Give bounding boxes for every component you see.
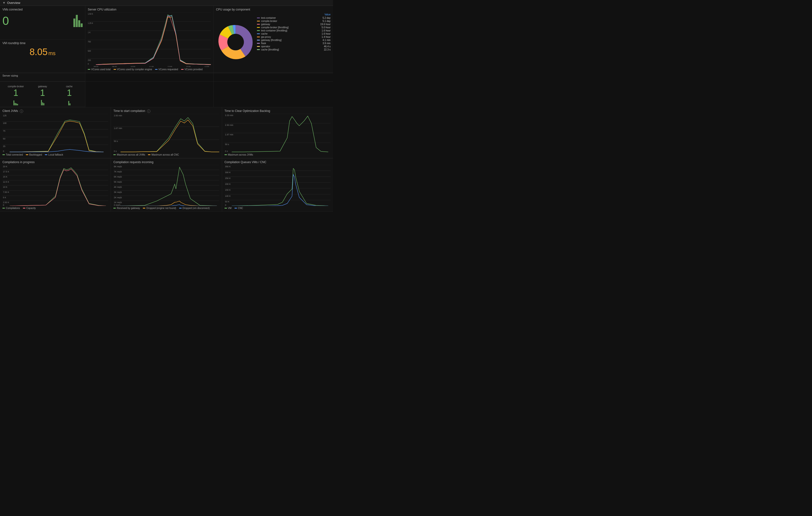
- svg-text:25: 25: [3, 145, 5, 147]
- queues-legend: VM CNC: [225, 207, 330, 209]
- svg-text:12:00: 12:00: [168, 66, 172, 67]
- val-tc-throttling: 1.6 hour: [322, 29, 330, 32]
- label-max-jvms-clear: Maximum across JVMs: [228, 153, 253, 156]
- sizing-gw-val: 1: [29, 88, 56, 98]
- sizing-title: Server sizing: [2, 74, 83, 77]
- dot-received: [113, 208, 116, 208]
- legend-max-cnc: Maximum across all CNC: [148, 153, 179, 156]
- sizing-bar-3: [16, 104, 17, 105]
- dot-total-connected: [2, 154, 5, 155]
- label-vm: VM: [228, 207, 232, 209]
- svg-text:0: 0: [3, 204, 4, 206]
- legend-total-connected: Total connected: [2, 153, 23, 156]
- time-to-clear-panel: Time to Clear Optimization Backlog 3.33 …: [222, 107, 333, 158]
- val-gateway: 19.6 hour: [320, 23, 330, 26]
- val-cb-throttling: 5.0 hour: [322, 26, 330, 29]
- time-start-info[interactable]: i: [147, 110, 150, 113]
- svg-text:250: 250: [88, 59, 91, 61]
- legend-vcores-compiler: VCores used by compiler engine: [114, 68, 152, 71]
- sizing-cb-label: compile-broker: [2, 85, 29, 88]
- name-gw-proxy: gw-proxy: [261, 36, 320, 38]
- legend-capacity: Capacity: [23, 207, 36, 209]
- svg-text:0: 0: [225, 204, 226, 206]
- cpu-usage-panel: CPU usage by component: [213, 6, 333, 73]
- val-cache: 1.6 hour: [322, 32, 330, 35]
- svg-text:75: 75: [3, 130, 5, 132]
- svg-text:2.50 K: 2.50 K: [3, 201, 9, 204]
- vms-title: VMs connected: [2, 8, 83, 11]
- dot-dropped-engine: [143, 208, 145, 208]
- svg-text:0 req/s: 0 req/s: [114, 204, 121, 206]
- svg-text:100 K: 100 K: [225, 195, 231, 197]
- label-max-jvms: Maximum across all JVMs: [117, 153, 145, 156]
- requests-legend: Received by gateway Dropped (engine not …: [113, 207, 219, 209]
- server-sizing-content: compile-broker 1 gateway 1: [0, 82, 85, 107]
- svg-text:1.67 min: 1.67 min: [225, 134, 233, 136]
- server-sizing-panel: Server sizing: [0, 73, 85, 82]
- time-start-legend: Maximum across all JVMs Maximum across a…: [113, 153, 219, 156]
- color-bar-gw-throttling: [257, 40, 260, 40]
- svg-text:17.5 K: 17.5 K: [3, 170, 9, 173]
- svg-text:50: 50: [3, 138, 5, 140]
- top-bar: ▼ Overview: [0, 0, 333, 6]
- vms-connected-panel: VMs connected 0: [0, 6, 85, 39]
- sizing-bar-9: [69, 104, 70, 105]
- svg-text:0: 0: [88, 62, 89, 65]
- legend-tc-throttling: test-container [throttling] 1.6 hour: [257, 29, 330, 32]
- pie-chart-wrap: [216, 13, 255, 71]
- color-bar-cache-throttling: [257, 49, 260, 50]
- svg-text:50 s: 50 s: [225, 143, 229, 146]
- svg-text:2.50 min: 2.50 min: [114, 114, 122, 117]
- collapse-arrow[interactable]: ▼: [2, 1, 6, 5]
- color-bar-cb-throttling: [257, 27, 260, 28]
- time-start-chart: 2.50 min 1.67 min 50 s 0 s 08:00 09:00 1…: [113, 114, 219, 152]
- dot-capacity: [23, 208, 25, 208]
- name-operator: operator: [261, 45, 323, 48]
- roundtrip-unit: ms: [48, 50, 55, 56]
- client-jvms-legend: Total connected Backlogged Local fallbac…: [2, 153, 108, 156]
- svg-text:14:00: 14:00: [205, 66, 209, 67]
- val-operator: 46.4 s: [324, 45, 330, 48]
- client-jvms-chart: 125 100 75 50 25 0 08:00 09:00 10:00 11:…: [2, 114, 108, 152]
- label-capacity: Capacity: [26, 207, 36, 209]
- legend-received: Received by gateway: [113, 207, 140, 209]
- roundtrip-title: VM roundtrip time: [2, 41, 83, 45]
- legend-label-requested: VCores requested: [158, 68, 178, 71]
- val-test-container: 5.2 day: [322, 17, 330, 19]
- svg-text:3.33 min: 3.33 min: [225, 114, 233, 117]
- legend-cache: cache 1.6 hour: [257, 32, 330, 35]
- val-compile-broker: 5.1 day: [322, 20, 330, 23]
- queues-chart: 350 K 300 K 250 K 200 K 150 K 100 K 50 K…: [225, 165, 330, 206]
- legend-vm: VM: [225, 207, 232, 209]
- dot-dropped-vm: [179, 208, 182, 208]
- label-total-connected: Total connected: [6, 153, 23, 156]
- label-dropped-vm: Dropped (vm disconnect): [182, 207, 210, 209]
- mini-bar-4: [81, 23, 83, 27]
- server-cpu-chart: 1.50 K 1.25 K 1 K 750 500 250 0: [88, 12, 211, 67]
- color-bar-tc-throttling: [257, 30, 260, 31]
- svg-text:0 s: 0 s: [225, 150, 228, 152]
- cpu-legend-table: Value test-container 5.2 day compile-bro…: [257, 13, 330, 71]
- svg-text:150 K: 150 K: [225, 189, 231, 191]
- server-cpu-legend: VCores used total VCores used by compile…: [88, 68, 211, 71]
- time-to-start-panel: Time to start compilation i 2.50 min 1.6…: [111, 107, 222, 158]
- color-bar-flask: [257, 43, 260, 44]
- svg-text:750: 750: [88, 40, 91, 43]
- svg-text:10:00: 10:00: [130, 66, 135, 67]
- sizing-cb-val: 1: [2, 88, 29, 98]
- color-bar-compile-broker: [257, 21, 260, 22]
- legend-label-total: VCores used total: [91, 68, 111, 71]
- sizing-bar-8: [68, 101, 69, 105]
- legend-dot-total: [88, 69, 90, 70]
- name-flask: flask: [261, 42, 321, 45]
- svg-text:09:00: 09:00: [112, 66, 117, 67]
- svg-text:5 K: 5 K: [3, 196, 6, 199]
- legend-compile-broker: compile-broker 5.1 day: [257, 20, 330, 23]
- vms-value: 0: [2, 14, 9, 28]
- roundtrip-value: 8.05: [29, 47, 48, 57]
- svg-text:0 s: 0 s: [114, 150, 117, 152]
- sizing-cache: cache 1: [56, 85, 83, 105]
- client-jvms-info[interactable]: i: [20, 110, 23, 113]
- legend-label-compiler: VCores used by compiler engine: [117, 68, 152, 71]
- color-bar-gateway: [257, 24, 260, 25]
